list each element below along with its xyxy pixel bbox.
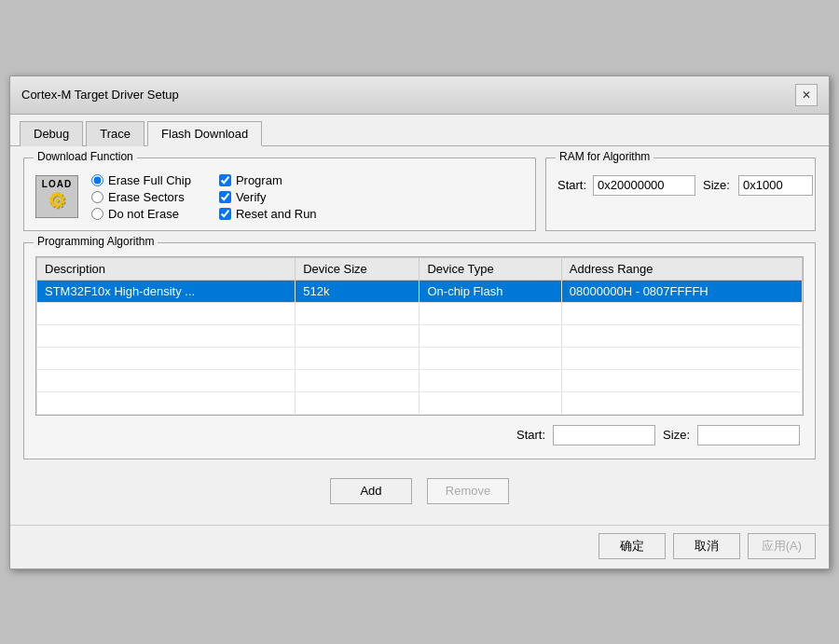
tab-bar: Debug Trace Flash Download [10,115,829,146]
tab-content: Download Function LOAD ⚙ Erase Full Chip [10,146,829,525]
window-title: Cortex-M Target Driver Setup [21,88,179,102]
erase-radio-group: Erase Full Chip Erase Sectors Do not Era… [91,171,191,221]
load-icon: LOAD ⚙ [35,175,78,218]
table-row-empty-1 [37,302,803,324]
radio-erase-sectors[interactable]: Erase Sectors [91,190,191,204]
col-address-range: Address Range [561,257,802,280]
algo-size-input[interactable] [697,425,800,445]
cell-device-type: On-chip Flash [420,280,561,302]
ram-start-row: Start: Size: [557,175,804,196]
algorithm-table-wrapper: Description Device Size Device Type Addr… [35,256,804,416]
close-button[interactable]: ✕ [795,84,818,106]
checkbox-program[interactable]: Program [219,173,317,187]
table-row-empty-5 [37,391,803,414]
cancel-button[interactable]: 取消 [673,533,740,559]
radio-erase-sectors-label: Erase Sectors [108,190,185,204]
download-function-group: Download Function LOAD ⚙ Erase Full Chip [23,158,536,231]
table-row-empty-4 [37,369,803,391]
tab-trace[interactable]: Trace [86,121,144,146]
table-header-row: Description Device Size Device Type Addr… [37,257,803,280]
add-button[interactable]: Add [330,478,412,504]
radio-erase-full-chip-label: Erase Full Chip [108,173,191,187]
algo-size-label: Size: [663,428,690,442]
ram-algorithm-group: RAM for Algorithm Start: Size: [545,158,816,231]
col-device-type: Device Type [420,257,561,280]
download-function-title: Download Function [34,150,137,163]
algo-start-input[interactable] [553,425,655,445]
radio-do-not-erase-label: Do not Erase [108,207,179,221]
programming-algorithm-group: Programming Algorithm Description Device… [23,242,816,459]
radio-erase-full-chip[interactable]: Erase Full Chip [91,173,191,187]
algorithm-table: Description Device Size Device Type Addr… [36,257,803,415]
options-checkbox-group: Program Verify Reset and Run [204,171,317,221]
cell-device-size: 512k [296,280,420,302]
cell-address-range: 08000000H - 0807FFFFH [561,280,802,302]
col-device-size: Device Size [296,257,420,280]
load-text: LOAD [42,180,72,189]
ram-algorithm-inner: Start: Size: [557,171,804,196]
load-gear-icon: ⚙ [48,189,66,213]
radio-do-not-erase[interactable]: Do not Erase [91,207,191,221]
checkbox-program-label: Program [236,173,282,187]
action-buttons: Add Remove [23,471,816,515]
top-section: Download Function LOAD ⚙ Erase Full Chip [23,158,816,242]
ram-size-label: Size: [703,178,731,192]
apply-button[interactable]: 应用(A) [748,533,816,559]
tab-debug[interactable]: Debug [20,121,83,146]
checkbox-reset-and-run-label: Reset and Run [236,207,317,221]
download-function-inner: LOAD ⚙ Erase Full Chip Erase Sectors [35,171,524,221]
algo-start-size-row: Start: Size: [35,425,804,445]
main-window: Cortex-M Target Driver Setup ✕ Debug Tra… [9,75,830,569]
footer: 确定 取消 应用(A) [10,525,829,569]
algo-start-label: Start: [516,428,545,442]
ram-start-label: Start: [557,178,585,192]
cell-description: STM32F10x High-density ... [37,280,296,302]
checkbox-reset-and-run[interactable]: Reset and Run [219,207,317,221]
checkbox-verify-label: Verify [236,190,267,204]
col-description: Description [37,257,296,280]
table-row[interactable]: STM32F10x High-density ... 512k On-chip … [37,280,803,302]
ram-size-input[interactable] [738,175,813,196]
tab-flash-download[interactable]: Flash Download [147,121,262,146]
ram-algorithm-title: RAM for Algorithm [556,150,653,163]
table-row-empty-2 [37,324,803,347]
remove-button[interactable]: Remove [427,478,509,504]
ram-start-input[interactable] [593,175,695,196]
title-bar: Cortex-M Target Driver Setup ✕ [10,76,829,115]
ok-button[interactable]: 确定 [598,533,666,559]
checkbox-verify[interactable]: Verify [219,190,317,204]
table-row-empty-3 [37,347,803,369]
programming-algorithm-title: Programming Algorithm [34,235,158,248]
